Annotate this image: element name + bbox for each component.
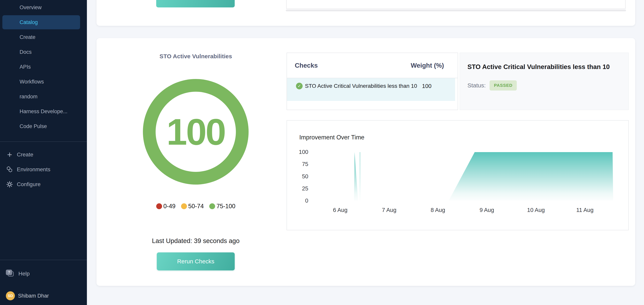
legend-label-high: 75-100 — [216, 203, 236, 210]
scorecard-card: STO Active Vulnerabilities 100 0-49 50-7… — [96, 38, 635, 286]
gear-icon — [6, 181, 13, 188]
plus-icon: + — [6, 151, 13, 158]
checks-column-header: Checks — [295, 62, 318, 69]
x-axis-tick: 7 Aug — [376, 207, 403, 213]
x-axis-tick: 9 Aug — [473, 207, 500, 213]
sidebar-user[interactable]: SD Shibam Dhar — [0, 290, 87, 302]
legend-dot-green — [209, 203, 215, 209]
sidebar-help-label: Help — [18, 271, 30, 277]
legend-item-high: 75-100 — [209, 203, 236, 210]
last-updated-text: Last Updated: 39 seconds ago — [96, 237, 295, 245]
sidebar-item-docs[interactable]: Docs — [0, 44, 87, 59]
improvement-chart-panel: Improvement Over Time 100 75 50 25 0 6 A… — [286, 120, 629, 230]
sidebar: Overview Catalog Create Docs APIs Workfl… — [0, 0, 87, 305]
legend-label-mid: 50-74 — [188, 203, 204, 210]
area-series-spike-1 — [354, 152, 358, 201]
sidebar-bottom-divider — [0, 260, 87, 260]
legend-item-low: 0-49 — [156, 203, 176, 210]
status-row: Status: PASSED — [468, 80, 628, 90]
sidebar-action-create-label: Create — [17, 152, 33, 158]
help-chat-icon: ? — [6, 270, 14, 278]
score-value: 100 — [166, 110, 225, 153]
check-name: STO Active Critical Vulnerabilities less… — [305, 82, 422, 101]
sidebar-action-environments[interactable]: Environments — [0, 162, 87, 177]
chart-title: Improvement Over Time — [299, 134, 364, 141]
y-axis-tick: 75 — [287, 161, 308, 167]
x-axis-tick: 11 Aug — [571, 207, 598, 213]
check-weight-value: 100 — [422, 83, 432, 89]
checks-panel: Checks Weight (%) ✓ STO Active Critical … — [286, 53, 458, 110]
check-passed-icon: ✓ — [296, 83, 302, 89]
improvement-area-chart — [316, 152, 626, 201]
y-axis-tick: 25 — [287, 185, 308, 192]
legend-dot-red — [156, 203, 162, 209]
scorecard-card-previous — [96, 0, 635, 26]
y-axis-tick: 50 — [287, 173, 308, 180]
status-badge: PASSED — [490, 80, 517, 90]
sidebar-item-random[interactable]: random — [0, 89, 87, 104]
sidebar-action-create[interactable]: + Create — [0, 147, 87, 162]
sidebar-item-overview[interactable]: Overview — [0, 0, 87, 15]
checks-table-partial — [286, 0, 626, 9]
page-root: { "sidebar": { "nav": [ {"label": "Overv… — [0, 0, 644, 305]
sidebar-help[interactable]: ? Help — [0, 268, 87, 280]
area-series-spike-2 — [360, 152, 360, 201]
sidebar-action-configure[interactable]: Configure — [0, 177, 87, 192]
rerun-checks-button-partial[interactable] — [156, 0, 235, 7]
horizontal-scrollbar[interactable] — [286, 9, 626, 11]
user-name: Shibam Dhar — [18, 293, 49, 299]
environments-icon — [6, 166, 13, 173]
legend-item-mid: 50-74 — [181, 203, 204, 210]
sidebar-action-configure-label: Configure — [17, 181, 40, 188]
check-detail-title: STO Active Critical Vulnerabilities less… — [468, 63, 622, 71]
scorecard-title: STO Active Vulnerabilities — [96, 53, 295, 60]
x-axis-tick: 8 Aug — [424, 207, 452, 213]
sidebar-item-workflows[interactable]: Workflows — [0, 74, 87, 89]
weight-column-header: Weight (%) — [411, 62, 444, 69]
checks-table-header: Checks Weight (%) — [287, 53, 458, 78]
y-axis-tick: 0 — [287, 197, 308, 204]
sidebar-nav: Overview Catalog Create Docs APIs Workfl… — [0, 0, 87, 134]
sidebar-item-harness-developer[interactable]: Harness Develope... — [0, 104, 87, 119]
avatar: SD — [6, 291, 15, 300]
check-detail-panel: STO Active Critical Vulnerabilities less… — [460, 53, 629, 110]
main-content: STO Active Vulnerabilities 100 0-49 50-7… — [87, 0, 644, 305]
score-legend: 0-49 50-74 75-100 — [96, 203, 295, 210]
legend-label-low: 0-49 — [164, 203, 176, 210]
sidebar-item-create[interactable]: Create — [0, 30, 87, 44]
check-table-row[interactable]: ✓ STO Active Critical Vulnerabilities le… — [287, 78, 455, 101]
sidebar-item-catalog[interactable]: Catalog — [2, 15, 80, 29]
x-axis-tick: 6 Aug — [326, 207, 354, 213]
area-series-sustained-100 — [449, 152, 613, 201]
status-label: Status: — [468, 82, 486, 89]
sidebar-item-code-pulse[interactable]: Code Pulse — [0, 119, 87, 134]
y-axis-tick: 100 — [287, 149, 308, 155]
score-gauge-inner: 100 — [156, 92, 236, 172]
score-gauge: 100 — [143, 79, 248, 185]
legend-dot-yellow — [181, 203, 187, 209]
rerun-checks-button[interactable]: Rerun Checks — [157, 252, 235, 270]
sidebar-action-environments-label: Environments — [17, 166, 50, 173]
sidebar-item-apis[interactable]: APIs — [0, 59, 87, 74]
x-axis-tick: 10 Aug — [522, 207, 550, 213]
sidebar-actions: + Create Environments — [0, 142, 87, 192]
